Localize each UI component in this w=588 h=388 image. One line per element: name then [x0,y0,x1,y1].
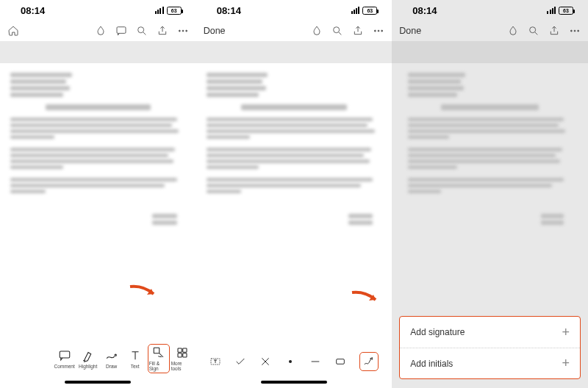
svg-point-13 [375,30,376,32]
gray-band [0,41,196,63]
svg-point-3 [182,30,184,32]
tool-more[interactable]: More tools [171,346,193,371]
bottom-area [196,303,392,347]
tool-fill-sign[interactable]: Fill & Sign [148,344,170,373]
add-initials-label: Add initials [410,359,453,369]
gray-band [196,41,392,63]
svg-point-2 [179,30,180,32]
signature-sheet: Add signature + Add initials + [399,316,581,379]
svg-rect-8 [178,348,182,352]
dot-tool-icon[interactable] [284,356,296,367]
status-time: 08:14 [21,5,45,16]
x-tool-icon[interactable] [259,356,271,367]
svg-point-12 [334,27,340,33]
battery-icon: 63 [167,7,182,15]
ink-icon[interactable] [311,25,323,37]
svg-point-19 [530,27,536,33]
signature-tool[interactable] [359,352,379,371]
status-bar: 08:14 63 [196,0,392,21]
document-preview[interactable] [0,63,196,297]
top-nav: Done [392,21,588,41]
tool-highlight[interactable]: Highlight [77,349,99,369]
svg-point-1 [137,27,143,33]
battery-icon: 63 [559,7,573,15]
home-indicator [196,376,392,388]
home-indicator [0,376,196,388]
done-button[interactable]: Done [399,26,421,36]
share-icon[interactable] [548,25,560,37]
search-icon[interactable] [136,25,148,37]
search-icon[interactable] [528,25,539,37]
plus-icon: + [562,325,570,340]
signal-icon [155,7,164,14]
add-initials-row[interactable]: Add initials + [400,348,580,378]
svg-point-20 [570,30,572,32]
fill-sign-toolbar [196,347,392,376]
share-icon[interactable] [352,25,364,37]
more-icon[interactable] [569,25,581,37]
ink-icon[interactable] [95,25,107,37]
top-nav [0,21,196,41]
svg-point-4 [185,30,187,32]
tool-comment[interactable]: Comment [54,349,76,369]
plus-icon: + [562,356,570,371]
home-icon[interactable] [7,25,19,37]
svg-rect-0 [117,27,126,34]
svg-point-17 [289,360,292,363]
bottom-toolbar: Comment Highlight Draw Text Fill & Sign … [0,341,196,376]
status-bar: 08:14 63 [392,0,588,21]
svg-rect-7 [154,348,159,353]
textbox-tool-icon[interactable] [209,356,221,367]
rect-tool-icon[interactable] [334,356,346,367]
tool-draw[interactable]: Draw [101,349,123,369]
check-tool-icon[interactable] [234,356,246,367]
svg-point-15 [381,30,383,32]
svg-point-6 [115,354,116,356]
document-preview[interactable] [196,63,392,303]
svg-rect-10 [178,353,182,357]
signal-icon [351,7,360,14]
svg-rect-5 [60,351,70,358]
more-icon[interactable] [177,25,189,37]
share-icon[interactable] [157,25,168,37]
status-time: 08:14 [412,5,437,16]
top-nav: Done [196,21,392,41]
search-icon[interactable] [331,25,343,37]
svg-rect-9 [182,348,186,352]
svg-rect-11 [182,353,186,357]
ink-icon[interactable] [507,25,519,37]
svg-point-22 [578,30,579,32]
annotation-arrow [129,284,159,297]
phone-screen-2: 08:14 63 Done [196,0,392,388]
svg-point-21 [574,30,576,32]
bottom-area [0,297,196,341]
annotation-arrow [351,290,381,303]
status-bar: 08:14 63 [0,0,196,21]
phone-screen-1: 08:14 63 [0,0,196,388]
svg-rect-18 [337,359,345,364]
status-time: 08:14 [217,5,241,16]
done-button[interactable]: Done [204,26,226,36]
gray-band [392,41,588,63]
status-indicators: 63 [155,7,182,15]
line-tool-icon[interactable] [309,356,321,367]
more-icon[interactable] [373,25,384,37]
tool-text[interactable]: Text [124,349,146,369]
svg-point-14 [378,30,379,32]
comment-icon[interactable] [115,25,127,37]
add-signature-label: Add signature [410,327,465,337]
phone-screen-3: 08:14 63 Done [392,0,588,388]
status-indicators: 63 [351,7,378,15]
battery-icon: 63 [362,7,377,15]
signal-icon [547,7,556,14]
status-indicators: 63 [547,7,573,15]
add-signature-row[interactable]: Add signature + [400,317,580,348]
